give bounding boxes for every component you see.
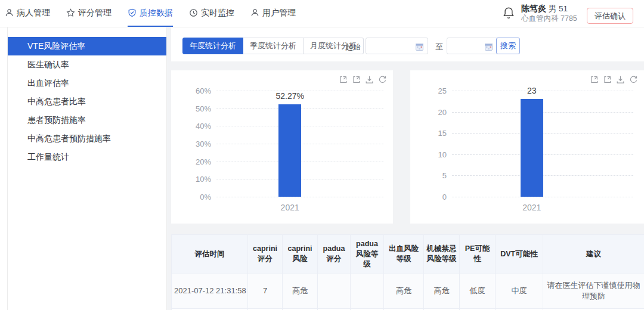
sidebar-menu: VTE风险评估率医生确认率出血评估率中高危患者比率患者预防措施率中高危患者预防措… (7, 27, 167, 310)
table-cell (351, 274, 384, 309)
nav-item-label: 用户管理 (262, 8, 296, 18)
save-image-icon[interactable] (365, 75, 374, 84)
nav-item-病人管理[interactable]: 病人管理 (5, 0, 50, 27)
period-tab-group: 年度统计分析季度统计分析月度统计分析 (182, 38, 364, 54)
bar-value-label: 23 (527, 86, 537, 98)
table-header-cell: 评估时间 (172, 235, 248, 274)
bar-2021[interactable] (521, 99, 543, 197)
table-header-cell: DVT可能性 (496, 235, 543, 274)
table-cell: 请在医生评估下谨慎使用物理预防 (543, 274, 644, 309)
y-axis-tick-label: 40% (196, 122, 211, 131)
y-axis-tick-label: 0 (442, 193, 447, 202)
clock-icon (189, 8, 198, 17)
tab-季度统计分析[interactable]: 季度统计分析 (243, 38, 304, 54)
nav-item-label: 实时监控 (201, 8, 234, 18)
table-cell: 高危 (283, 274, 318, 309)
table-row: 2021-07-12 21:31:587高危高危高危低度中度请在医生评估下谨慎使… (172, 274, 644, 309)
app-root: 病人管理评分管理质控数据实时监控用户管理 陈笃炎 男 51 心血管内科 7785… (0, 0, 644, 310)
y-axis-tick-label: 20 (438, 107, 447, 116)
table-cell: 高危 (424, 274, 460, 309)
table-header-cell: PE可能性 (460, 235, 496, 274)
save-image-icon[interactable] (616, 75, 625, 84)
y-axis-tick-label: 30% (196, 140, 211, 148)
chart-toolbox (590, 75, 638, 84)
patient-gender-age: 男 51 (549, 4, 568, 13)
calendar-icon[interactable] (416, 42, 423, 50)
notification-bell-icon[interactable] (503, 7, 516, 21)
user-icon (250, 8, 259, 17)
sidebar-item-中高危患者比率[interactable]: 中高危患者比率 (8, 92, 166, 111)
patient-name-line: 陈笃炎 男 51 (521, 4, 577, 14)
patient-info: 陈笃炎 男 51 心血管内科 7785 (521, 4, 577, 24)
shield-check-icon (128, 8, 137, 17)
table-header-cell: 出血风险等级 (384, 235, 424, 274)
table-header-row: 评估时间caprini评分caprini风险padua评分padua风险等级出血… (172, 235, 644, 274)
table-cell: 中度 (496, 274, 543, 309)
table-cell: 低度 (460, 274, 496, 309)
table-cell: 2021-07-12 21:31:58 (172, 274, 248, 309)
y-axis-tick-label: 0% (200, 193, 211, 202)
bar-chart-plot: 2520151050232021 (452, 91, 633, 197)
sidebar-item-工作量统计[interactable]: 工作量统计 (8, 148, 166, 166)
sidebar-item-VTE风险评估率[interactable]: VTE风险评估率 (8, 37, 166, 55)
start-date-label: 起始 (345, 42, 361, 52)
sidebar-item-出血评估率[interactable]: 出血评估率 (8, 74, 166, 92)
y-axis-tick-label: 10 (438, 150, 447, 159)
restore-icon[interactable] (629, 75, 638, 84)
table-header-cell: padua风险等级 (351, 235, 384, 274)
bar-value-label: 52.27% (275, 91, 304, 103)
assessment-table-card: 评估时间caprini评分caprini风险padua评分padua风险等级出血… (171, 234, 644, 310)
assessment-table: 评估时间caprini评分caprini风险padua评分padua风险等级出血… (171, 234, 644, 310)
y-axis-tick-label: 5 (442, 171, 447, 180)
nav-item-label: 质控数据 (140, 8, 173, 18)
tab-年度统计分析[interactable]: 年度统计分析 (182, 38, 243, 54)
nav-item-label: 病人管理 (17, 8, 50, 18)
nav-item-评分管理[interactable]: 评分管理 (66, 0, 112, 27)
patient-name: 陈笃炎 (521, 4, 546, 13)
grid-line (452, 91, 633, 91)
y-axis-tick-label: 10% (196, 175, 211, 184)
y-axis-tick-label: 60% (196, 86, 211, 95)
main-content: 年度统计分析季度统计分析月度统计分析 起始 至 搜索 60%50%40%30%2… (167, 27, 644, 310)
table-cell: 高危 (384, 274, 424, 309)
table-header-cell: caprini评分 (248, 235, 283, 274)
sidebar-item-医生确认率[interactable]: 医生确认率 (8, 55, 166, 74)
bar-2021[interactable] (278, 104, 301, 197)
sidebar-item-中高危患者预防措施率[interactable]: 中高危患者预防措施率 (8, 129, 166, 148)
patient-icon (5, 8, 14, 17)
assessment-rate-chart-card: 60%50%40%30%20%10%0%52.27%2021 (171, 70, 393, 224)
table-header-cell: padua评分 (318, 235, 351, 274)
y-axis-tick-label: 15 (438, 129, 447, 138)
grid-line (452, 197, 633, 197)
sidebar-item-患者预防措施率[interactable]: 患者预防措施率 (8, 111, 166, 129)
bar-chart-plot: 60%50%40%30%20%10%0%52.27%2021 (216, 91, 383, 197)
table-header-cell: 建议 (543, 235, 644, 274)
top-navbar: 病人管理评分管理质控数据实时监控用户管理 陈笃炎 男 51 心血管内科 7785… (0, 0, 644, 27)
nav-item-实时监控[interactable]: 实时监控 (189, 0, 234, 27)
table-cell (318, 274, 351, 309)
chart-toolbox (339, 75, 387, 84)
magic-type-bar-icon[interactable] (352, 75, 361, 84)
assessment-confirm-button[interactable]: 评估确认 (587, 8, 633, 24)
y-axis-tick-label: 25 (438, 86, 447, 95)
to-date-label: 至 (435, 42, 443, 52)
magic-type-line-icon[interactable] (339, 75, 348, 84)
grid-line (216, 197, 383, 197)
nav-item-质控数据[interactable]: 质控数据 (128, 0, 173, 27)
magic-type-line-icon[interactable] (590, 75, 599, 84)
nav-item-用户管理[interactable]: 用户管理 (250, 0, 296, 27)
table-header-cell: caprini风险 (283, 235, 318, 274)
y-axis-tick-label: 20% (196, 157, 211, 166)
assessment-count-chart-card: 2520151050232021 (410, 70, 644, 224)
nav-menu: 病人管理评分管理质控数据实时监控用户管理 (5, 0, 296, 27)
x-axis-tick-label: 2021 (522, 203, 541, 212)
star-icon (66, 8, 75, 17)
table-header-cell: 机械禁忌风险等级 (424, 235, 460, 274)
x-axis-tick-label: 2021 (281, 203, 299, 212)
nav-item-label: 评分管理 (78, 8, 112, 18)
magic-type-bar-icon[interactable] (603, 75, 612, 84)
table-cell: 7 (248, 274, 283, 309)
search-button[interactable]: 搜索 (496, 38, 520, 54)
filters-panel: 年度统计分析季度统计分析月度统计分析 起始 至 搜索 (171, 27, 644, 61)
restore-icon[interactable] (378, 75, 387, 84)
